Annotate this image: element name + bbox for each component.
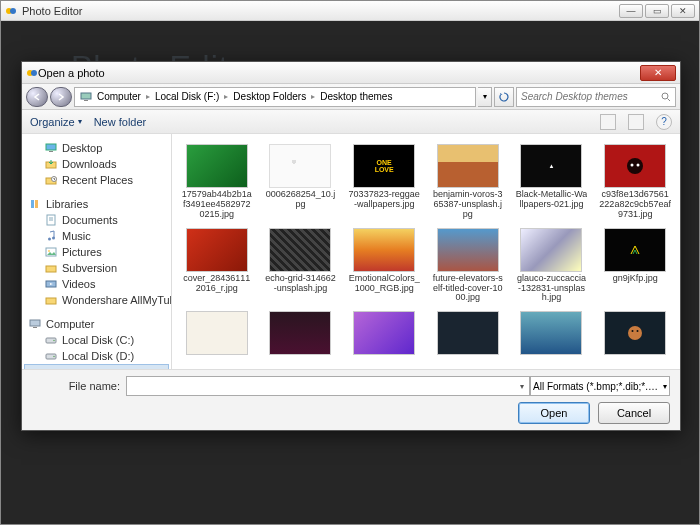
pic-icon [44,247,57,258]
filetype-combo[interactable]: All Formats (*.bmp;*.dib;*.gif;*. ▾ [530,376,670,396]
file-item[interactable]: echo-grid-314662-unsplash.jpg [260,226,342,306]
file-thumbnail [437,311,499,355]
crumb-1[interactable]: Local Disk (F:) [152,91,222,102]
sidebar-item-subversion[interactable]: Subversion [22,260,171,276]
search-input[interactable] [521,91,659,102]
nav-back-button[interactable] [26,87,48,107]
filename-input[interactable] [126,376,530,396]
cancel-button[interactable]: Cancel [598,402,670,424]
drive-icon [44,351,57,362]
sidebar[interactable]: DesktopDownloadsRecent PlacesLibrariesDo… [22,134,172,369]
file-item[interactable]: gn9jKfp.jpg [594,226,676,306]
svg-rect-26 [33,327,37,328]
crumb-3[interactable]: Desktop themes [317,91,395,102]
file-item[interactable] [511,309,593,359]
file-label: cover_284361112016_r.jpg [181,274,253,294]
svg-rect-13 [31,200,34,208]
file-item[interactable] [427,309,509,359]
preview-pane-button[interactable] [628,114,644,130]
svg-point-3 [31,70,37,76]
sidebar-item-downloads[interactable]: Downloads [22,156,171,172]
sidebar-head-computer[interactable]: Computer [22,316,171,332]
toolbar: Organize ▾ New folder ? [22,110,680,134]
file-item[interactable] [594,309,676,359]
sidebar-head-libraries[interactable]: Libraries [22,196,171,212]
svn-icon [44,263,57,274]
sidebar-item-local-disk-c-[interactable]: Local Disk (C:) [22,332,171,348]
file-item[interactable] [260,309,342,359]
maximize-button[interactable]: ▭ [645,4,669,18]
sidebar-item-music[interactable]: Music [22,228,171,244]
file-item[interactable]: cover_284361112016_r.jpg [176,226,258,306]
dialog-close-button[interactable]: ✕ [640,65,676,81]
minimize-button[interactable]: — [619,4,643,18]
search-icon [661,92,671,102]
refresh-button[interactable] [494,87,514,107]
sidebar-item-pictures[interactable]: Pictures [22,244,171,260]
file-thumbnail: ▲ [520,144,582,188]
file-item[interactable]: c93f8e13d67561222a82c9cb57eaf9731.jpg [594,142,676,222]
file-label: c93f8e13d67561222a82c9cb57eaf9731.jpg [599,190,671,220]
crumb-0[interactable]: Computer [94,91,144,102]
sidebar-item-desktop[interactable]: Desktop [22,140,171,156]
file-item[interactable]: EmotionalColors_1000_RGB.jpg [343,226,425,306]
svg-point-19 [52,237,55,240]
file-thumbnail [353,311,415,355]
nav-forward-button[interactable] [50,87,72,107]
chevron-down-icon[interactable]: ▾ [520,382,524,391]
crumb-sep: ▸ [224,92,228,101]
recent-icon [44,175,57,186]
search-box[interactable] [516,87,676,107]
organize-button[interactable]: Organize ▾ [30,116,82,128]
crumb-sep: ▸ [311,92,315,101]
file-label: future-elevators-self-titled-cover-1000.… [432,274,504,304]
open-button[interactable]: Open [518,402,590,424]
help-button[interactable]: ? [656,114,672,130]
dialog-titlebar[interactable]: Open a photo ✕ [22,62,680,84]
file-item[interactable]: 0006268254_10.jpg [260,142,342,222]
open-file-dialog: Open a photo ✕ Computer ▸ Local Disk [21,61,681,431]
svg-point-37 [637,164,640,167]
file-item[interactable]: glauco-zuccaccia-132831-unsplash.jpg [511,226,593,306]
svg-rect-24 [46,298,56,304]
file-thumbnail [186,144,248,188]
breadcrumb[interactable]: Computer ▸ Local Disk (F:) ▸ Desktop Fol… [74,87,476,107]
file-label: gn9jKfp.jpg [599,274,671,284]
file-label: echo-grid-314662-unsplash.jpg [264,274,336,294]
file-thumbnail [604,228,666,272]
sidebar-item-local-disk-d-[interactable]: Local Disk (D:) [22,348,171,364]
file-item[interactable]: ONELOVE 70337823-reggae-wallpapers.jpg [343,142,425,222]
file-item[interactable]: ▲ Black-Metallic-Wallpapers-021.jpg [511,142,593,222]
file-item[interactable] [343,309,425,359]
computer-icon [28,319,41,330]
svg-point-36 [631,164,634,167]
file-item[interactable]: 17579ab44b2b1af3491ee45829720215.jpg [176,142,258,222]
dialog-body: DesktopDownloadsRecent PlacesLibrariesDo… [22,134,680,369]
file-thumbnail [269,228,331,272]
app-titlebar[interactable]: Photo Editor — ▭ ✕ [1,1,699,21]
crumb-2[interactable]: Desktop Folders [230,91,309,102]
window-buttons: — ▭ ✕ [619,4,695,18]
new-folder-button[interactable]: New folder [94,116,147,128]
view-mode-button[interactable] [600,114,616,130]
file-label: glauco-zuccaccia-132831-unsplash.jpg [515,274,587,304]
app-body: Photo Editor Open a photo ✕ [1,21,699,524]
svg-rect-9 [49,151,53,152]
svg-point-39 [632,330,634,332]
sidebar-item-wondershare-allmytube[interactable]: Wondershare AllMyTube [22,292,171,308]
file-item[interactable]: benjamin-voros-365387-unsplash.jpg [427,142,509,222]
file-item[interactable]: future-elevators-self-titled-cover-1000.… [427,226,509,306]
file-thumbnail: ONELOVE [353,144,415,188]
file-thumbnail [269,311,331,355]
dialog-icon [26,67,38,79]
sidebar-item-documents[interactable]: Documents [22,212,171,228]
sidebar-item-videos[interactable]: Videos [22,276,171,292]
close-button[interactable]: ✕ [671,4,695,18]
file-list[interactable]: 17579ab44b2b1af3491ee45829720215.jpg 000… [172,134,680,369]
breadcrumb-dropdown[interactable]: ▾ [478,87,492,107]
svg-point-40 [637,330,639,332]
svg-point-1 [10,8,16,14]
file-item[interactable] [176,309,258,359]
sidebar-item-recent places[interactable]: Recent Places [22,172,171,188]
desktop-icon [44,143,57,154]
